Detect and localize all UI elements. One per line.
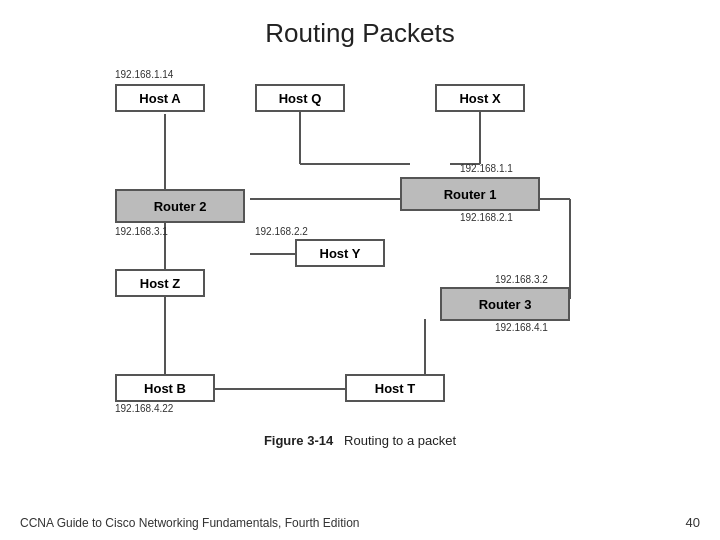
host-a-node: Host A bbox=[115, 84, 205, 112]
router2-node: Router 2 bbox=[115, 189, 245, 223]
figure-caption: Figure 3-14 Routing to a packet bbox=[0, 433, 720, 448]
host-t-node: Host T bbox=[345, 374, 445, 402]
host-b-node: Host B bbox=[115, 374, 215, 402]
host-b-ip: 192.168.4.22 bbox=[115, 403, 173, 414]
router3-ip1: 192.168.3.2 bbox=[495, 274, 548, 285]
host-z-node: Host Z bbox=[115, 269, 205, 297]
host-x-node: Host X bbox=[435, 84, 525, 112]
router2-ip1: 192.168.3.1 bbox=[115, 226, 168, 237]
router3-node: Router 3 bbox=[440, 287, 570, 321]
host-q-node: Host Q bbox=[255, 84, 345, 112]
router1-node: Router 1 bbox=[400, 177, 540, 211]
router2-ip2: 192.168.2.2 bbox=[255, 226, 308, 237]
figure-text: Routing to a packet bbox=[344, 433, 456, 448]
router3-ip2: 192.168.4.1 bbox=[495, 322, 548, 333]
router1-ip1: 192.168.1.1 bbox=[460, 163, 513, 174]
footer-text: CCNA Guide to Cisco Networking Fundament… bbox=[20, 516, 360, 530]
host-y-node: Host Y bbox=[295, 239, 385, 267]
page-title: Routing Packets bbox=[0, 0, 720, 59]
page-number: 40 bbox=[686, 515, 700, 530]
host-a-ip: 192.168.1.14 bbox=[115, 69, 173, 80]
figure-label: Figure 3-14 bbox=[264, 433, 333, 448]
diagram-area: Host A 192.168.1.14 Host Q Host X Router… bbox=[80, 59, 640, 429]
router1-ip2: 192.168.2.1 bbox=[460, 212, 513, 223]
